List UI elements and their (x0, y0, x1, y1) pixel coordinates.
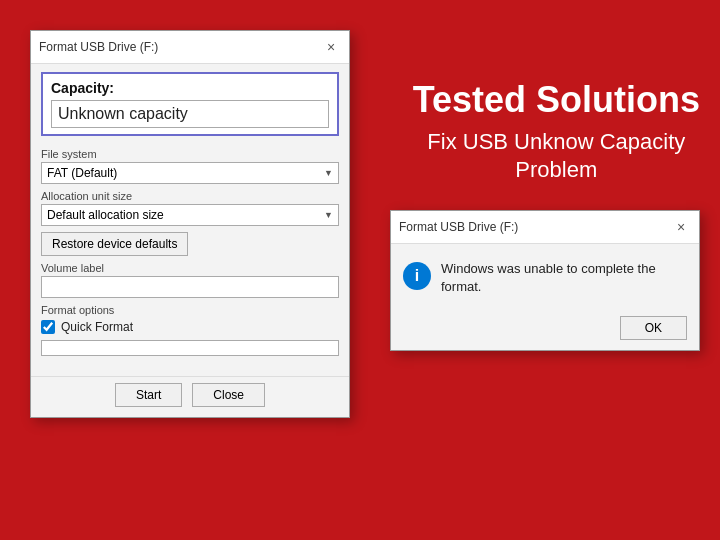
error-dialog-footer: OK (391, 312, 699, 350)
error-dialog-title: Format USB Drive (F:) (399, 220, 518, 234)
format-dialog-title: Format USB Drive (F:) (39, 40, 158, 54)
error-close-icon: × (677, 219, 685, 235)
file-system-row: File system FAT (Default) (41, 148, 339, 184)
format-dialog-close-button[interactable]: × (321, 37, 341, 57)
capacity-label: Capacity: (51, 80, 329, 96)
quick-format-label[interactable]: Quick Format (61, 320, 133, 334)
allocation-select[interactable]: Default allocation size (41, 204, 339, 226)
bg-subtitle: Fix USB Unknow CapacityProblem (413, 128, 700, 185)
format-close-icon: × (327, 39, 335, 55)
background-text: Tested Solutions Fix USB Unknow Capacity… (413, 80, 700, 185)
file-system-select-wrapper: FAT (Default) (41, 162, 339, 184)
quick-format-row: Quick Format (41, 320, 339, 334)
error-dialog: Format USB Drive (F:) × i Windows was un… (390, 210, 700, 351)
volume-label-input[interactable] (41, 276, 339, 298)
close-button[interactable]: Close (192, 383, 265, 407)
restore-defaults-button[interactable]: Restore device defaults (41, 232, 188, 256)
start-button[interactable]: Start (115, 383, 182, 407)
error-dialog-titlebar: Format USB Drive (F:) × (391, 211, 699, 244)
volume-label-label: Volume label (41, 262, 339, 274)
file-system-select[interactable]: FAT (Default) (41, 162, 339, 184)
progress-bar (41, 340, 339, 356)
format-dialog-body: File system FAT (Default) Allocation uni… (31, 144, 349, 376)
info-icon: i (403, 262, 431, 290)
quick-format-checkbox[interactable] (41, 320, 55, 334)
format-dialog-titlebar: Format USB Drive (F:) × (31, 31, 349, 64)
allocation-row: Allocation unit size Default allocation … (41, 190, 339, 226)
allocation-select-wrapper: Default allocation size (41, 204, 339, 226)
ok-button[interactable]: OK (620, 316, 687, 340)
bg-title: Tested Solutions (413, 80, 700, 120)
error-message: Windows was unable to complete the forma… (441, 260, 687, 296)
format-dialog: Format USB Drive (F:) × Capacity: Unknow… (30, 30, 350, 418)
volume-label-row: Volume label (41, 262, 339, 298)
error-dialog-body: i Windows was unable to complete the for… (391, 244, 699, 312)
error-dialog-close-button[interactable]: × (671, 217, 691, 237)
capacity-value: Unknown capacity (51, 100, 329, 128)
format-dialog-footer: Start Close (31, 376, 349, 417)
file-system-label: File system (41, 148, 339, 160)
capacity-box: Capacity: Unknown capacity (41, 72, 339, 136)
format-options-label: Format options (41, 304, 339, 316)
allocation-label: Allocation unit size (41, 190, 339, 202)
